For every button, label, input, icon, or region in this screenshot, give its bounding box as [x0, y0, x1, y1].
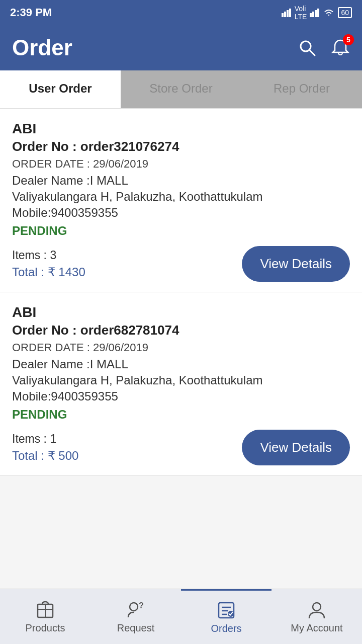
battery-icon: 60	[338, 7, 352, 18]
svg-point-20	[313, 603, 321, 611]
order-meta: Items : 3 Total : ₹ 1430	[12, 249, 85, 279]
order-address: Valiyakulangara H, Palakuzha, Koothattuk…	[12, 190, 350, 204]
order-brand: ABI	[12, 304, 350, 320]
status-icons: VoliLTE 60	[282, 5, 352, 21]
order-footer: Items : 1 Total : ₹ 500 View Details	[12, 430, 350, 465]
svg-rect-5	[312, 12, 314, 17]
svg-point-13	[130, 603, 138, 611]
order-meta: Items : 1 Total : ₹ 500	[12, 432, 78, 463]
order-total: Total : ₹ 1430	[12, 265, 85, 279]
nav-label-products: Products	[26, 622, 65, 634]
nav-item-request[interactable]: ? Request	[90, 589, 181, 644]
header-icons: 5	[298, 38, 350, 57]
order-items: Items : 1	[12, 432, 78, 446]
order-status: PENDING	[12, 408, 350, 422]
order-card: ABI Order No : order682781074 ORDER DATE…	[0, 292, 362, 476]
wifi-icon	[323, 8, 335, 17]
search-button[interactable]	[298, 38, 317, 57]
signal2-icon	[310, 8, 320, 17]
page-title: Order	[12, 35, 72, 60]
nav-label-my-account: My Account	[291, 622, 342, 634]
nav-label-orders: Orders	[211, 623, 241, 634]
notification-badge: 5	[343, 34, 354, 45]
signal-icon	[282, 8, 292, 17]
main-content: ABI Order No : order321076274 ORDER DATE…	[0, 109, 362, 534]
svg-line-9	[310, 50, 315, 56]
order-card: ABI Order No : order321076274 ORDER DATE…	[0, 109, 362, 292]
order-mobile: Mobile:9400359355	[12, 389, 350, 404]
view-details-button[interactable]: View Details	[242, 430, 350, 465]
order-dealer: Dealer Name :I MALL	[12, 174, 350, 188]
nav-label-request: Request	[117, 622, 155, 634]
order-dealer: Dealer Name :I MALL	[12, 357, 350, 371]
svg-text:?: ?	[139, 601, 144, 610]
svg-rect-2	[287, 10, 289, 17]
nav-item-my-account[interactable]: My Account	[272, 589, 362, 644]
tab-user-order[interactable]: User Order	[0, 70, 121, 108]
svg-rect-4	[310, 13, 312, 17]
svg-rect-3	[289, 9, 291, 17]
account-icon	[307, 599, 326, 619]
order-items: Items : 3	[12, 249, 85, 262]
app-header: Order 5	[0, 25, 362, 70]
bottom-nav: Products ? Request Orders	[0, 589, 362, 644]
order-number: Order No : order321076274	[12, 139, 350, 154]
svg-rect-1	[284, 12, 286, 17]
svg-rect-6	[315, 10, 317, 17]
order-number: Order No : order682781074	[12, 323, 350, 338]
request-icon: ?	[126, 599, 145, 619]
order-footer: Items : 3 Total : ₹ 1430 View Details	[12, 246, 350, 282]
order-tabs: User Order Store Order Rep Order	[0, 70, 362, 109]
order-mobile: Mobile:9400359355	[12, 206, 350, 220]
tab-store-order[interactable]: Store Order	[121, 70, 241, 108]
tab-rep-order[interactable]: Rep Order	[241, 70, 362, 108]
order-date: ORDER DATE : 29/06/2019	[12, 341, 350, 354]
orders-icon	[217, 600, 236, 620]
status-bar: 2:39 PM VoliLTE 60	[0, 0, 362, 25]
nav-item-orders[interactable]: Orders	[181, 589, 272, 644]
order-list: ABI Order No : order321076274 ORDER DATE…	[0, 109, 362, 476]
order-total: Total : ₹ 500	[12, 449, 78, 463]
lte-label: VoliLTE	[295, 5, 307, 21]
order-brand: ABI	[12, 121, 350, 137]
notification-button[interactable]: 5	[331, 38, 350, 57]
svg-rect-7	[317, 9, 319, 17]
svg-rect-0	[282, 13, 284, 17]
nav-item-products[interactable]: Products	[0, 589, 90, 644]
status-time: 2:39 PM	[10, 6, 52, 19]
order-status: PENDING	[12, 224, 350, 238]
order-date: ORDER DATE : 29/06/2019	[12, 157, 350, 171]
order-address: Valiyakulangara H, Palakuzha, Koothattuk…	[12, 373, 350, 387]
view-details-button[interactable]: View Details	[242, 246, 350, 282]
products-icon	[36, 599, 55, 619]
